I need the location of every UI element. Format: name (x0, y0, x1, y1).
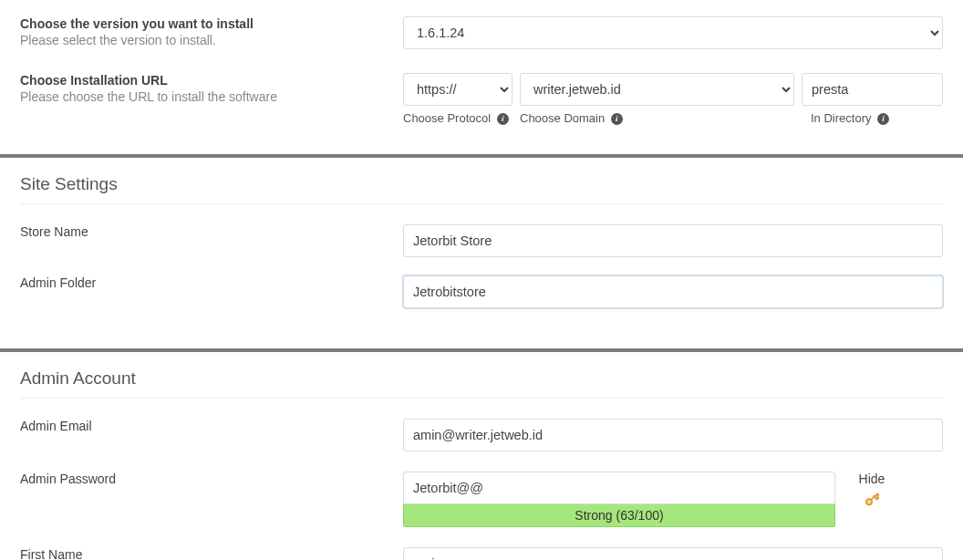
admin-folder-row: Admin Folder (0, 264, 963, 316)
password-strength-bar: Strong (63/100) (403, 503, 835, 527)
install-url-desc: Please choose the URL to install the sof… (20, 89, 385, 104)
directory-input[interactable] (802, 73, 943, 106)
domain-select[interactable]: writer.jetweb.id (520, 73, 794, 106)
first-name-row: First Name (0, 534, 963, 560)
store-name-label: Store Name (20, 224, 385, 239)
svg-point-0 (866, 499, 872, 504)
first-name-input[interactable] (403, 547, 943, 560)
admin-account-title: Admin Account (0, 352, 963, 398)
info-icon[interactable]: i (611, 113, 623, 125)
admin-password-input[interactable] (403, 472, 835, 504)
info-icon[interactable]: i (497, 113, 509, 125)
key-icon[interactable] (850, 492, 894, 513)
admin-email-label: Admin Email (20, 419, 385, 433)
version-desc: Please select the version to install. (20, 33, 385, 47)
admin-email-input[interactable] (403, 419, 943, 451)
protocol-select[interactable]: https:// (403, 73, 513, 106)
store-name-row: Store Name (0, 221, 963, 264)
info-icon[interactable]: i (877, 113, 889, 125)
password-toggle[interactable]: Hide (850, 472, 894, 486)
store-name-input[interactable] (403, 224, 943, 257)
version-select[interactable]: 1.6.1.24 (403, 16, 943, 49)
thin-divider (20, 203, 943, 204)
version-label: Choose the version you want to install (20, 16, 385, 31)
admin-email-row: Admin Email (0, 415, 963, 459)
version-row: Choose the version you want to install P… (0, 0, 963, 57)
domain-sublabel: Choose Domain (520, 111, 605, 125)
protocol-sublabel: Choose Protocol (403, 111, 491, 125)
install-url-row: Choose Installation URL Please choose th… (0, 57, 963, 132)
thin-divider (20, 398, 943, 399)
site-settings-title: Site Settings (0, 158, 963, 203)
install-url-label: Choose Installation URL (20, 73, 385, 88)
admin-folder-label: Admin Folder (20, 275, 385, 290)
admin-password-row: Admin Password Strong (63/100) Hide (0, 459, 963, 534)
first-name-label: First Name (20, 547, 385, 560)
admin-folder-input[interactable] (403, 275, 943, 308)
directory-sublabel: In Directory (811, 111, 871, 125)
admin-password-label: Admin Password (20, 472, 385, 486)
